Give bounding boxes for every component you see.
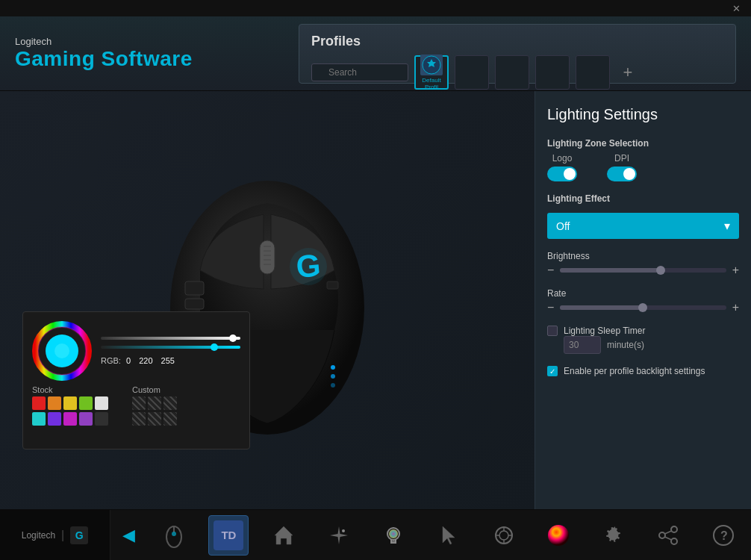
swatch-pink[interactable] <box>63 412 77 426</box>
close-button[interactable]: ✕ <box>728 1 745 16</box>
rgb-g-value: 220 <box>139 356 152 365</box>
sleep-timer-label: Lighting Sleep Timer <box>564 326 645 336</box>
sleep-timer-checkbox[interactable] <box>547 326 558 336</box>
swatch-yellow[interactable] <box>63 396 77 410</box>
custom-section: Custom <box>132 385 177 426</box>
lighting-effect-dropdown[interactable]: Off ▾ <box>547 213 739 239</box>
titlebar: ✕ <box>0 0 751 16</box>
nav-item-td[interactable]: TD <box>208 515 249 556</box>
profiles-panel: Profiles 🔍 Default Profil + <box>299 24 736 84</box>
zone-section: Lighting Zone Selection Logo DPI <box>547 138 739 181</box>
swatch-purple[interactable] <box>79 412 93 426</box>
white-slider[interactable] <box>101 337 240 340</box>
sleep-timer-section: Lighting Sleep Timer minute(s) <box>547 326 739 354</box>
logo-toggle-knob <box>564 168 576 180</box>
nav-item-mouse[interactable] <box>154 515 194 556</box>
nav-back-button[interactable]: ◀ <box>110 510 146 560</box>
color-wheel[interactable] <box>32 321 92 381</box>
svg-text:?: ? <box>720 529 728 542</box>
swatch-green[interactable] <box>79 396 93 410</box>
cyan-slider[interactable] <box>101 346 240 349</box>
custom-swatch-1[interactable] <box>132 396 146 410</box>
profile-slot-2[interactable] <box>455 55 489 90</box>
checkmark-icon: ✓ <box>549 367 555 376</box>
stock-row-2 <box>32 412 108 426</box>
swatch-orange[interactable] <box>48 396 61 410</box>
profile-slot-4[interactable] <box>535 55 570 90</box>
rate-label: Rate <box>547 288 739 299</box>
nav-item-lights[interactable] <box>319 515 359 556</box>
rate-minus-button[interactable]: − <box>547 302 554 314</box>
swatch-red[interactable] <box>32 396 46 410</box>
svg-line-38 <box>665 531 672 534</box>
custom-swatch-3[interactable] <box>163 396 177 410</box>
svg-point-11 <box>331 365 335 370</box>
logo-area: Logitech Gaming Software <box>15 36 239 71</box>
custom-swatch-6[interactable] <box>163 412 177 426</box>
nav-item-spectrum[interactable] <box>538 515 579 556</box>
custom-row-2 <box>132 412 177 426</box>
rate-controls: − + <box>547 302 739 314</box>
brightness-controls: − + <box>547 264 739 276</box>
td-icon: TD <box>214 520 243 550</box>
rate-slider[interactable] <box>560 305 726 310</box>
nav-item-help[interactable]: ? <box>703 515 744 556</box>
nav-logo-area: Logitech | G <box>0 510 110 560</box>
brightness-plus-button[interactable]: + <box>732 264 739 276</box>
profile-slot-3[interactable] <box>495 55 529 90</box>
lighting-effect-section: Lighting Effect Off ▾ <box>547 193 739 239</box>
search-wrap: 🔍 <box>311 63 408 81</box>
nav-item-target[interactable] <box>484 515 524 556</box>
target-icon <box>492 523 516 547</box>
sleep-timer-input[interactable] <box>564 336 601 354</box>
header: Logitech Gaming Software Profiles 🔍 Defa… <box>0 16 751 91</box>
logo-zone-label: Logo <box>552 153 573 164</box>
nav-items: TD <box>146 510 751 560</box>
brightness-slider-thumb <box>656 266 665 275</box>
lighting-panel: Lighting Settings Lighting Zone Selectio… <box>535 91 751 509</box>
nav-pipe: | <box>61 529 64 542</box>
custom-swatch-5[interactable] <box>148 412 161 426</box>
rate-plus-button[interactable]: + <box>732 302 739 314</box>
swatch-blue[interactable] <box>48 412 61 426</box>
sparkle-icon <box>327 523 351 547</box>
custom-swatch-2[interactable] <box>148 396 161 410</box>
nav-item-home[interactable] <box>264 515 304 556</box>
add-profile-button[interactable]: + <box>616 60 640 84</box>
cyan-slider-thumb <box>211 343 218 351</box>
brightness-slider[interactable] <box>560 268 726 273</box>
share-icon <box>656 523 680 547</box>
search-input[interactable] <box>311 63 408 81</box>
custom-swatch-4[interactable] <box>132 412 146 426</box>
swatch-dark[interactable] <box>95 412 108 426</box>
nav-item-rgb[interactable] <box>373 515 414 556</box>
svg-point-28 <box>499 531 508 540</box>
swatches-section: Stock <box>32 385 240 426</box>
brightness-minus-button[interactable]: − <box>547 264 554 276</box>
dpi-toggle[interactable] <box>607 167 637 181</box>
svg-point-22 <box>172 532 176 536</box>
dpi-zone: DPI <box>607 153 637 181</box>
svg-point-26 <box>389 529 398 538</box>
nav-item-settings[interactable] <box>593 515 634 556</box>
cursor-icon <box>437 523 461 547</box>
effect-value: Off <box>556 220 570 232</box>
main-content: G <box>0 91 751 509</box>
svg-point-35 <box>671 526 677 532</box>
nav-item-cursor[interactable] <box>429 515 469 556</box>
gear-icon <box>602 523 626 547</box>
help-icon: ? <box>711 523 735 547</box>
spectrum-icon <box>545 522 572 549</box>
white-slider-row <box>101 337 240 340</box>
home-icon <box>272 523 296 547</box>
logo-toggle[interactable] <box>547 167 577 181</box>
stock-section: Stock <box>32 385 108 426</box>
backlight-checkbox[interactable]: ✓ <box>547 366 558 376</box>
nav-item-share[interactable] <box>648 515 688 556</box>
swatch-white[interactable] <box>95 396 108 410</box>
profiles-title: Profiles <box>311 34 723 49</box>
profile-slot-1[interactable]: Default Profil <box>414 55 449 90</box>
lighting-title: Lighting Settings <box>547 106 739 123</box>
swatch-cyan[interactable] <box>32 412 46 426</box>
profile-slot-5[interactable] <box>576 55 610 90</box>
